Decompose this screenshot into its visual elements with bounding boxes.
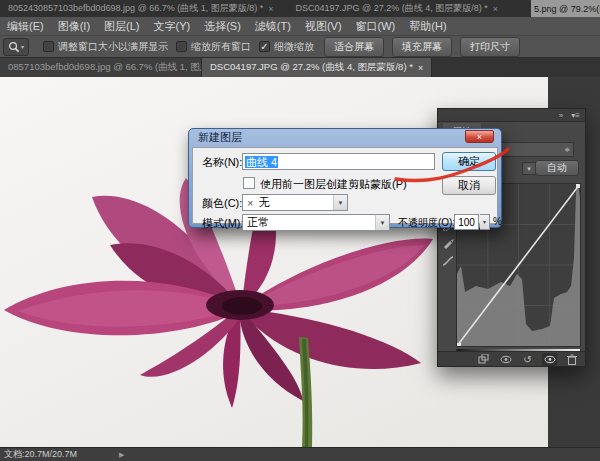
layer-name-input[interactable]: 曲线 4 xyxy=(242,153,435,170)
document-tab-label: 0857103befbd0d698.jpg @ 66.7% (曲线 1, 图层蒙… xyxy=(8,61,202,74)
fill-screen-button[interactable]: 填充屏幕 xyxy=(392,37,452,57)
zoom-all-windows-label: 缩放所有窗口 xyxy=(191,40,251,54)
menu-help[interactable]: 帮助(H) xyxy=(402,17,453,36)
photoshop-window: 8052430857103befbd0d698.jpg @ 66.7% (曲线 … xyxy=(0,0,600,461)
curve-point-highlight xyxy=(576,184,580,188)
delete-trash-icon[interactable] xyxy=(564,353,579,366)
document-tab-label: DSC04197.JPG @ 27.2% (曲线 4, 图层蒙版/8) * xyxy=(210,61,413,74)
resize-windows-label: 调整窗口大小以满屏显示 xyxy=(58,40,168,54)
mode-label: 模式(M): xyxy=(202,216,244,231)
chevron-down-icon: ▾ xyxy=(527,165,531,173)
close-icon[interactable]: × xyxy=(418,63,423,73)
chevron-down-icon: ▼ xyxy=(333,195,347,210)
properties-panel-header[interactable]: » ▾≡ xyxy=(438,109,585,122)
menu-bar: 编辑(E) 图像(I) 图层(L) 文字(Y) 选择(S) 滤镜(T) 视图(V… xyxy=(0,17,600,36)
dialog-close-button[interactable]: × xyxy=(465,130,494,143)
menu-filter[interactable]: 滤镜(T) xyxy=(248,17,298,36)
dialog-body: 名称(N): 曲线 4 确定 取消 使用前一图层创建剪贴蒙版(P) 颜色(C):… xyxy=(192,147,498,224)
blend-mode-dropdown[interactable]: 正常 ▼ xyxy=(242,214,390,231)
dialog-title: 新建图层 xyxy=(189,129,501,146)
menu-type[interactable]: 文字(Y) xyxy=(147,17,198,36)
menu-select[interactable]: 选择(S) xyxy=(197,17,248,36)
status-menu-triangle-icon[interactable]: ▶ xyxy=(119,451,124,459)
menu-window[interactable]: 窗口(W) xyxy=(349,17,403,36)
pencil-icon[interactable] xyxy=(442,237,454,249)
chevron-down-icon: ▾ xyxy=(21,43,24,50)
window-tab-3-active[interactable]: 5.png @ 79.2%(RGB/8 xyxy=(531,0,600,17)
zoom-all-windows-checkbox[interactable] xyxy=(176,41,187,52)
panel-menu-icon[interactable]: ▾≡ xyxy=(571,111,580,120)
none-swatch-icon: × xyxy=(247,197,253,209)
close-icon: × xyxy=(477,132,482,142)
window-tab-1[interactable]: 8052430857103befbd0d698.jpg @ 66.7% (曲线 … xyxy=(0,0,282,17)
selected-text: 曲线 4 xyxy=(245,156,278,168)
menu-layer[interactable]: 图层(L) xyxy=(97,17,146,36)
curve-point-shadow xyxy=(457,343,461,346)
window-tab-2[interactable]: DSC04197.JPG @ 27.2% (曲线 4, 图层蒙版/8) * × xyxy=(288,0,506,17)
document-tab-inactive[interactable]: 0857103befbd0d698.jpg @ 66.7% (曲线 1, 图层蒙… xyxy=(0,58,202,77)
new-layer-dialog: 新建图层 × 名称(N): 曲线 4 确定 取消 使用前一图层创建剪贴蒙版(P)… xyxy=(188,128,502,228)
check-icon: ✓ xyxy=(260,42,268,52)
channel-dropdown[interactable]: ▾ xyxy=(522,162,536,175)
scroll-icon: ≑ xyxy=(564,146,570,154)
ok-button[interactable]: 确定 xyxy=(442,152,496,171)
opacity-label: 不透明度(O): xyxy=(398,216,455,230)
scrubby-zoom-label: 细微缩放 xyxy=(274,40,314,54)
zoom-tool-chip[interactable]: ▾ xyxy=(3,38,29,56)
color-dropdown[interactable]: × 无 ▼ xyxy=(242,194,348,211)
magnifier-icon xyxy=(8,41,20,53)
opacity-unit: % xyxy=(493,216,502,227)
fit-screen-button[interactable]: 适合屏幕 xyxy=(324,37,384,57)
layer-visibility-eye-icon[interactable] xyxy=(542,353,557,366)
status-bar: 文档:20.7M/20.7M ▶ xyxy=(0,447,600,461)
collapse-panel-icon[interactable]: » xyxy=(559,111,563,120)
close-icon[interactable]: × xyxy=(268,4,273,14)
window-tab-label: DSC04197.JPG @ 27.2% (曲线 4, 图层蒙版/8) * xyxy=(296,2,488,15)
tool-options-bar: ▾ 调整窗口大小以满屏显示 缩放所有窗口 ✓ 细微缩放 适合屏幕 填充屏幕 打印… xyxy=(0,36,600,58)
document-tab-active[interactable]: DSC04197.JPG @ 27.2% (曲线 4, 图层蒙版/8) * × xyxy=(202,58,432,77)
document-size-text: 文档:20.7M/20.7M xyxy=(4,448,77,461)
color-label: 颜色(C): xyxy=(202,196,242,211)
close-icon[interactable]: × xyxy=(493,4,498,14)
print-size-button[interactable]: 打印尺寸 xyxy=(460,37,520,57)
mode-value: 正常 xyxy=(247,215,269,230)
opacity-spinner[interactable]: ▾ xyxy=(480,214,490,230)
use-previous-layer-label: 使用前一图层创建剪贴蒙版(P) xyxy=(260,177,407,192)
use-previous-layer-checkbox[interactable] xyxy=(243,177,255,189)
properties-panel-footer: ↺ xyxy=(438,351,585,366)
menu-image[interactable]: 图像(I) xyxy=(51,17,97,36)
document-tab-bar: 0857103befbd0d698.jpg @ 66.7% (曲线 1, 图层蒙… xyxy=(0,58,600,77)
clip-to-layer-icon[interactable] xyxy=(476,353,491,366)
scrubby-zoom-checkbox[interactable]: ✓ xyxy=(259,41,270,52)
view-previous-state-icon[interactable] xyxy=(498,353,513,366)
reset-icon[interactable]: ↺ xyxy=(520,353,535,366)
window-title-bar: 8052430857103befbd0d698.jpg @ 66.7% (曲线 … xyxy=(0,0,600,17)
color-value: 无 xyxy=(258,195,269,210)
chevron-down-icon: ▼ xyxy=(375,215,389,230)
auto-button[interactable]: 自动 xyxy=(535,160,579,176)
window-tab-label: 5.png @ 79.2%(RGB/8 xyxy=(534,4,600,14)
window-tab-label: 8052430857103befbd0d698.jpg @ 66.7% (曲线 … xyxy=(8,2,263,15)
smooth-curve-icon[interactable] xyxy=(442,255,454,267)
resize-windows-checkbox[interactable] xyxy=(43,41,54,52)
cancel-button[interactable]: 取消 xyxy=(442,176,496,195)
menu-view[interactable]: 视图(V) xyxy=(298,17,349,36)
name-label: 名称(N): xyxy=(202,155,242,170)
menu-edit[interactable]: 编辑(E) xyxy=(0,17,51,36)
opacity-input[interactable]: 100 xyxy=(454,214,479,230)
